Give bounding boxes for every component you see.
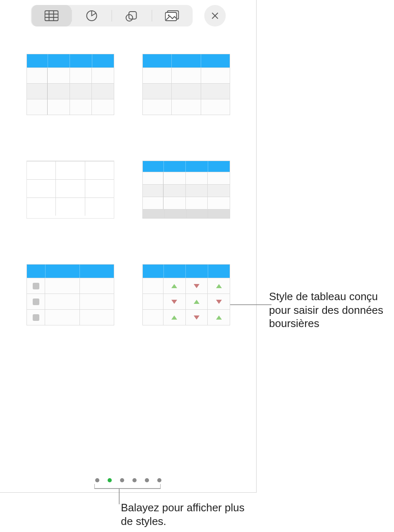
callout-page-dots: Balayez pour afficher plus de styles. xyxy=(121,501,253,528)
page-dot[interactable] xyxy=(145,478,149,482)
table-icon xyxy=(44,10,58,21)
svg-point-10 xyxy=(168,14,169,16)
table-style-stock[interactable] xyxy=(142,264,230,325)
table-style-checklist[interactable] xyxy=(26,264,114,325)
page-dot[interactable] xyxy=(132,478,137,482)
table-style-grid xyxy=(26,54,230,325)
triangle-down-icon xyxy=(194,315,199,320)
insert-toolbar xyxy=(31,5,226,26)
triangle-down-icon xyxy=(194,284,199,288)
triangle-up-icon xyxy=(216,315,222,320)
triangle-up-icon xyxy=(171,284,177,288)
close-button[interactable] xyxy=(204,5,226,26)
triangle-down-icon xyxy=(216,300,222,304)
table-style-plain[interactable] xyxy=(26,161,114,219)
page-dot[interactable] xyxy=(120,478,124,482)
triangle-up-icon xyxy=(194,300,199,304)
triangle-down-icon xyxy=(171,300,177,304)
table-style-header-basic[interactable] xyxy=(142,54,230,115)
page-dot[interactable] xyxy=(108,478,112,482)
page-indicator[interactable] xyxy=(95,478,161,482)
tab-shape[interactable] xyxy=(112,5,151,26)
page-dot[interactable] xyxy=(95,478,99,482)
checkbox-icon xyxy=(33,314,39,321)
tab-chart[interactable] xyxy=(72,5,111,26)
tab-table[interactable] xyxy=(31,5,71,26)
svg-rect-0 xyxy=(45,11,58,21)
category-segmented-control xyxy=(31,5,192,26)
callout-line xyxy=(230,304,271,305)
triangle-up-icon xyxy=(171,315,177,320)
table-style-header-firstcol[interactable] xyxy=(26,54,114,115)
triangle-up-icon xyxy=(216,284,222,288)
close-icon xyxy=(211,12,219,20)
insert-panel xyxy=(0,0,257,493)
tab-media[interactable] xyxy=(152,5,192,26)
checkbox-icon xyxy=(33,283,39,289)
media-icon xyxy=(165,10,179,21)
table-style-header-footer[interactable] xyxy=(142,161,230,219)
checkbox-icon xyxy=(33,298,39,305)
callout-stock-table: Style de tableau conçu pour saisir des d… xyxy=(269,290,393,330)
page-dot[interactable] xyxy=(157,478,161,482)
shape-icon xyxy=(125,10,138,22)
chart-icon xyxy=(85,10,98,22)
